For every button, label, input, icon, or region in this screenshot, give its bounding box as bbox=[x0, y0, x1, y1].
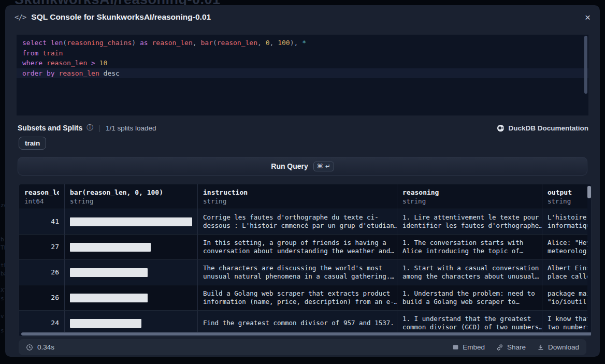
cell-output[interactable]: package main "io/ioutil" " bbox=[542, 285, 591, 310]
code-line[interactable]: from train bbox=[17, 48, 588, 59]
cell-output[interactable]: Albert Einste place called bbox=[542, 260, 591, 285]
embed-button[interactable]: Embed bbox=[452, 343, 485, 351]
column-name: reasoning bbox=[402, 188, 537, 196]
code-token: reasoning_chains bbox=[67, 39, 132, 47]
sql-console-modal: </> SQL Console for SkunkworksAI/reasoni… bbox=[5, 5, 600, 357]
subsets-splits-row: Subsets and Splits ⓘ | 1/1 splits loaded… bbox=[18, 123, 588, 133]
query-duration: 0.34s bbox=[26, 343, 54, 351]
column-type: string bbox=[203, 197, 392, 205]
divider: | bbox=[98, 124, 100, 132]
code-token: where bbox=[22, 59, 42, 67]
column-header-instruction[interactable]: instructionstring bbox=[197, 184, 397, 209]
column-name: output bbox=[548, 188, 586, 196]
cell-reason-len[interactable]: 26 bbox=[19, 260, 64, 285]
table-row[interactable]: 27In this setting, a group of friends is… bbox=[19, 234, 591, 259]
code-token: 0 bbox=[266, 39, 270, 47]
close-icon[interactable]: × bbox=[585, 12, 590, 22]
code-line[interactable]: order by reason_len desc bbox=[17, 68, 588, 79]
code-token: ) bbox=[132, 39, 136, 47]
cell-reasoning[interactable]: 1. Understand the problem: need to build… bbox=[397, 285, 542, 310]
cell-reasoning[interactable]: 1. The conversation starts with Alice in… bbox=[397, 235, 542, 259]
cell-reasoning[interactable]: 1. Lire attentivement le texte pour iden… bbox=[397, 209, 542, 234]
code-token: len bbox=[51, 39, 63, 47]
column-name: bar(reason_len, 0, 100) bbox=[70, 188, 192, 196]
run-query-button[interactable]: Run Query ⌘ ↵ bbox=[18, 157, 587, 176]
table-header: reason_lenint64bar(reason_len, 0, 100)st… bbox=[19, 184, 591, 209]
subsets-splits-label: Subsets and Splits bbox=[18, 124, 82, 132]
code-line[interactable]: where reason_len > 10 bbox=[17, 58, 588, 68]
duckdb-docs-link[interactable]: DuckDB Documentation bbox=[497, 124, 588, 132]
background-fragment: b bbox=[1, 236, 4, 243]
cell-bar[interactable] bbox=[64, 235, 197, 259]
column-header-output[interactable]: outputstring bbox=[542, 184, 591, 209]
table-row[interactable]: 41Corrige les fautes d'orthographe du te… bbox=[19, 209, 591, 234]
table-horizontal-scrollbar[interactable] bbox=[19, 332, 587, 336]
column-header-reasoning[interactable]: reasoningstring bbox=[397, 184, 542, 209]
code-token: from bbox=[22, 49, 38, 57]
bar-glyph bbox=[70, 217, 192, 226]
split-chips: train bbox=[19, 137, 46, 150]
background-fragment: s bbox=[1, 295, 4, 302]
cell-instruction[interactable]: Build a Golang web scraper that extracts… bbox=[197, 285, 397, 310]
share-button[interactable]: Share bbox=[496, 343, 526, 351]
column-type: int64 bbox=[24, 197, 59, 205]
code-token: , bbox=[257, 39, 266, 47]
table-body: 41Corrige les fautes d'orthographe du te… bbox=[19, 209, 591, 336]
column-type: string bbox=[548, 197, 586, 205]
column-type: string bbox=[402, 197, 537, 205]
cell-reason-len[interactable]: 41 bbox=[19, 209, 64, 234]
table-vertical-scrollbar[interactable] bbox=[587, 184, 591, 336]
cell-reason-len[interactable]: 26 bbox=[19, 285, 64, 310]
code-token: train bbox=[42, 49, 63, 57]
code-token: * bbox=[302, 39, 306, 47]
cell-output[interactable]: L'histoire co informatique bbox=[542, 209, 591, 234]
cell-reasoning[interactable]: 1. Start with a casual conversation amon… bbox=[397, 260, 542, 285]
column-header-reason-len[interactable]: reason_lenint64 bbox=[19, 184, 64, 209]
cell-reason-len[interactable]: 27 bbox=[19, 235, 64, 259]
cell-bar[interactable] bbox=[64, 209, 197, 234]
code-token: ), bbox=[290, 39, 302, 47]
column-name: reason_len bbox=[24, 188, 59, 196]
table-hscroll-thumb[interactable] bbox=[21, 332, 592, 336]
cell-instruction[interactable]: The characters are discussing the world'… bbox=[197, 260, 397, 285]
table-row[interactable]: 26The characters are discussing the worl… bbox=[19, 259, 591, 285]
cell-output[interactable]: Alice: "Hey g meteorologist bbox=[542, 235, 591, 259]
sql-code[interactable]: select len(reasoning_chains) as reason_l… bbox=[17, 38, 588, 78]
duckdb-icon bbox=[497, 124, 505, 132]
table-row[interactable]: 26Build a Golang web scraper that extrac… bbox=[19, 285, 591, 310]
code-token bbox=[136, 39, 140, 47]
table-vscroll-thumb[interactable] bbox=[587, 186, 591, 198]
cell-bar[interactable] bbox=[64, 260, 197, 285]
code-icon: </> bbox=[15, 13, 26, 21]
run-query-label: Run Query bbox=[271, 162, 308, 170]
code-token: 10 bbox=[99, 59, 108, 67]
editor-scrollbar-thumb[interactable] bbox=[584, 36, 587, 94]
download-button[interactable]: Download bbox=[537, 343, 579, 351]
code-token: desc bbox=[104, 69, 120, 77]
editor-scrollbar[interactable] bbox=[584, 36, 587, 114]
code-token bbox=[38, 49, 42, 57]
split-chip-train[interactable]: train bbox=[19, 137, 46, 150]
column-name: instruction bbox=[203, 188, 392, 196]
code-token: select bbox=[22, 39, 47, 47]
cell-instruction[interactable]: In this setting, a group of friends is h… bbox=[197, 235, 397, 259]
info-icon[interactable]: ⓘ bbox=[87, 123, 93, 133]
column-header-bar-reason-len-0-100-[interactable]: bar(reason_len, 0, 100)string bbox=[64, 184, 197, 209]
cell-instruction[interactable]: Corrige les fautes d'orthographe du text… bbox=[197, 209, 397, 234]
code-token: ( bbox=[213, 39, 217, 47]
run-query-shortcut: ⌘ ↵ bbox=[313, 162, 334, 171]
splits-loaded-status: 1/1 splits loaded bbox=[106, 124, 156, 132]
code-token bbox=[95, 59, 99, 67]
code-token: bar bbox=[200, 39, 212, 47]
result-footer: 0.34s Embed Share Download bbox=[19, 339, 586, 355]
bar-glyph bbox=[70, 243, 151, 252]
code-token: reason_len bbox=[47, 59, 87, 67]
results-table: reason_lenint64bar(reason_len, 0, 100)st… bbox=[19, 184, 592, 337]
code-token bbox=[87, 59, 91, 67]
cell-bar[interactable] bbox=[64, 285, 197, 310]
code-token: , bbox=[193, 39, 201, 47]
background-fragment: v bbox=[1, 313, 4, 319]
code-line[interactable]: select len(reasoning_chains) as reason_l… bbox=[17, 38, 588, 48]
bar-glyph bbox=[70, 319, 141, 328]
sql-editor[interactable]: select len(reasoning_chains) as reason_l… bbox=[17, 35, 588, 115]
